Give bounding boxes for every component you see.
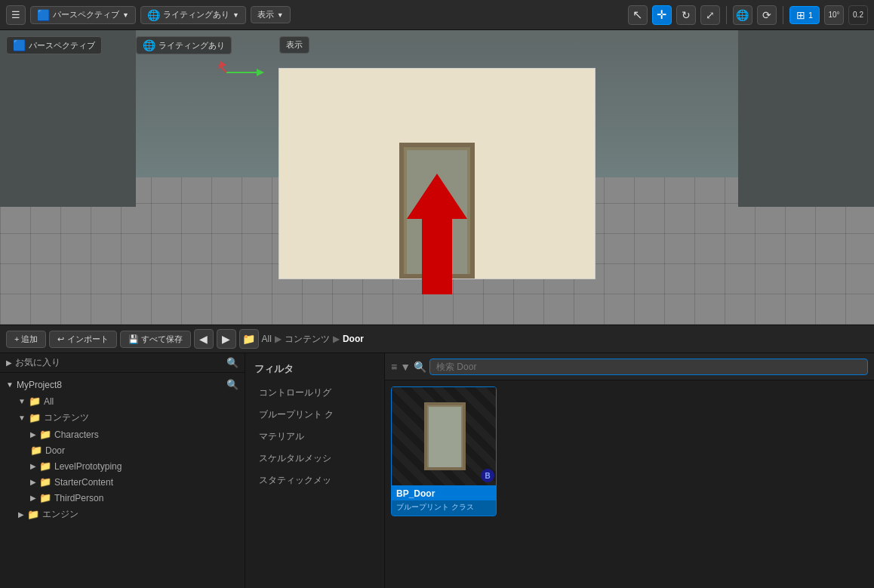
folder-icon: 📁: [27, 509, 39, 520]
lighting-button[interactable]: 🌐 ライティングあり ▼: [140, 6, 246, 24]
move-tool[interactable]: ✛: [652, 5, 672, 25]
all-folder-item[interactable]: ▼ 📁 All: [0, 393, 245, 409]
asset-card-bp-door[interactable]: B BP_Door ブループリント クラス: [391, 386, 497, 516]
sort-icon[interactable]: ▼: [400, 361, 411, 373]
assets-search-bar: ≡ ▼ 🔍: [385, 353, 874, 380]
import-button[interactable]: ↩ インポート: [49, 331, 116, 348]
folder-icon: 📁: [29, 396, 41, 407]
favorites-search-icon[interactable]: 🔍: [226, 357, 239, 368]
blueprint-icon: B: [481, 469, 494, 482]
add-button[interactable]: + 追加: [6, 331, 46, 348]
assets-grid: B BP_Door ブループリント クラス: [385, 380, 874, 588]
filters-header: フィルタ: [245, 359, 384, 382]
sources-top: ▶ お気に入り 🔍: [0, 353, 245, 373]
folder-icon-selected: 📁: [30, 445, 42, 456]
filter-static-mesh[interactable]: スタティックメッ: [250, 470, 380, 491]
folder-icon: 📁: [29, 412, 41, 423]
filter-control-rig[interactable]: コントロールリグ: [250, 383, 380, 403]
show-button[interactable]: 表示 ▼: [251, 6, 291, 23]
menu-button[interactable]: ☰: [6, 5, 26, 25]
search-icon[interactable]: 🔍: [414, 361, 426, 373]
back-button[interactable]: ◀: [194, 329, 214, 349]
door-folder-item[interactable]: 📁 Door: [0, 442, 245, 458]
filter-blueprint[interactable]: ブループリント ク: [250, 405, 380, 425]
chevron-down-icon: ▼: [18, 414, 26, 422]
chevron-down-icon: ▼: [6, 380, 14, 389]
viewport[interactable]: 🟦 パースペクティブ 🌐 ライティングあり 表示: [0, 30, 874, 325]
building-structure: [279, 68, 595, 279]
levelprototyping-folder-item[interactable]: ▶ 📁 LevelPrototyping: [0, 458, 245, 474]
filter-material[interactable]: マテリアル: [250, 426, 380, 447]
save-all-button[interactable]: 💾 すべて保存: [120, 331, 191, 348]
contents-folder-item[interactable]: ▼ 📁 コンテンツ: [0, 409, 245, 426]
project-search-icon[interactable]: 🔍: [226, 379, 239, 390]
chevron-right-icon: ▶: [18, 510, 24, 519]
filters-panel: フィルタ コントロールリグ ブループリント ク マテリアル スケルタルメッシ ス…: [245, 353, 385, 588]
folder-icon: 📁: [239, 329, 259, 349]
project-section: ▼ MyProject8 🔍 ▼ 📁 All ▼ 📁 コンテンツ: [0, 373, 245, 526]
folder-icon: 📁: [39, 476, 51, 488]
svg-marker-3: [219, 61, 226, 69]
perspective-button[interactable]: 🟦 パースペクティブ ▼: [30, 6, 136, 24]
viewport-perspective-label[interactable]: 🟦 パースペクティブ: [6, 36, 102, 54]
asset-thumbnail: B: [392, 387, 497, 485]
viewport-lighting-label[interactable]: 🌐 ライティングあり: [136, 36, 232, 54]
angle-button[interactable]: 10°: [824, 5, 844, 25]
grid-button[interactable]: ⊞ 1: [789, 6, 820, 24]
thirdperson-folder-item[interactable]: ▶ 📁 ThirdPerson: [0, 490, 245, 506]
engine-folder-item[interactable]: ▶ 📁 エンジン: [0, 506, 245, 523]
chevron-right-icon: ▶: [30, 494, 36, 502]
assets-panel: ≡ ▼ 🔍 B: [385, 353, 874, 588]
globe-tool[interactable]: 🌐: [733, 5, 752, 25]
folder-icon: 📁: [39, 492, 51, 503]
move-gizmo: [219, 57, 264, 90]
favorites-section[interactable]: ▶ お気に入り: [6, 356, 60, 369]
asset-type: ブループリント クラス: [392, 500, 496, 516]
sources-panel: ▶ お気に入り 🔍 ▼ MyProject8 🔍 ▼ 📁 All: [0, 353, 245, 588]
zoom-button[interactable]: 0.2: [848, 5, 868, 25]
chevron-right-icon: ▶: [30, 430, 36, 439]
search-input[interactable]: [429, 359, 868, 375]
filter-icon[interactable]: ≡: [391, 361, 397, 373]
viewport-show-label[interactable]: 表示: [279, 36, 309, 54]
filter-skeletal-mesh[interactable]: スケルタルメッシ: [250, 448, 380, 469]
folder-icon: 📁: [39, 460, 51, 472]
chevron-right-icon: ▶: [30, 462, 36, 470]
breadcrumb: All ▶ コンテンツ ▶ Door: [262, 333, 364, 346]
chevron-right-icon: ▶: [6, 359, 12, 367]
door-frame: [399, 143, 475, 279]
cb-toolbar: + 追加 ↩ インポート 💾 すべて保存 ◀ ▶ 📁 All ▶ コンテンツ ▶…: [0, 325, 874, 353]
content-browser-panel: + 追加 ↩ インポート 💾 すべて保存 ◀ ▶ 📁 All ▶ コンテンツ ▶…: [0, 325, 874, 588]
folder-icon: 📁: [39, 429, 51, 440]
top-toolbar: ☰ 🟦 パースペクティブ ▼ 🌐 ライティングあり ▼ 表示 ▼ ↖ ✛ ↻ ⤢…: [0, 0, 874, 30]
rotate-tool[interactable]: ↻: [676, 5, 696, 25]
chevron-down-icon: ▼: [18, 397, 26, 405]
chevron-right-icon: ▶: [30, 478, 36, 486]
select-tool[interactable]: ↖: [628, 5, 648, 25]
forward-button[interactable]: ▶: [217, 329, 236, 349]
startercontent-folder-item[interactable]: ▶ 📁 StarterContent: [0, 474, 245, 490]
characters-folder-item[interactable]: ▶ 📁 Characters: [0, 426, 245, 442]
asset-name: BP_Door: [392, 485, 496, 500]
svg-marker-1: [257, 69, 264, 76]
cb-main: ▶ お気に入り 🔍 ▼ MyProject8 🔍 ▼ 📁 All: [0, 353, 874, 588]
scale-tool[interactable]: ⤢: [700, 5, 720, 25]
project-header[interactable]: ▼ MyProject8 🔍: [0, 376, 245, 393]
snap-tool[interactable]: ⟳: [757, 5, 777, 25]
